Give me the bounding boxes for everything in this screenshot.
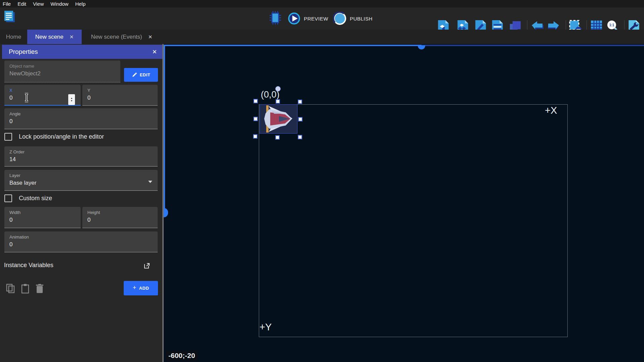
horizontal-scrollbar[interactable]	[421, 45, 644, 46]
chevron-down-icon[interactable]	[148, 181, 152, 183]
custom-size-label: Custom size	[19, 195, 52, 202]
tab-close-icon[interactable]: ✕	[70, 34, 74, 40]
y-position-input[interactable]: Y 0	[82, 85, 158, 106]
object-name-label: Object name	[9, 64, 120, 69]
menu-file[interactable]: File	[3, 1, 11, 7]
z-order-label: Z Order	[9, 149, 158, 154]
pencil-icon	[132, 72, 137, 78]
selection-handle-mid-right[interactable]	[298, 117, 303, 121]
play-icon	[288, 12, 300, 25]
tab-new-scene[interactable]: New scene ✕	[27, 30, 82, 44]
selection-handle-mid-left[interactable]	[253, 117, 258, 121]
z-order-value: 14	[9, 156, 158, 163]
edit-button[interactable]: EDIT	[124, 68, 158, 82]
y-axis-label: +Y	[259, 322, 272, 333]
menu-help[interactable]: Help	[75, 1, 86, 7]
selection-handle-top-center[interactable]	[276, 99, 280, 104]
ibeam-cursor	[24, 93, 30, 104]
layer-label: Layer	[9, 173, 158, 178]
object-name-value: NewObject2	[9, 70, 120, 77]
selection-handle-bottom-right[interactable]	[298, 135, 302, 139]
spaceship-sprite	[260, 105, 297, 133]
open-variables-editor-icon[interactable]	[143, 262, 151, 271]
properties-panel-header: Properties ✕	[2, 45, 162, 59]
x-axis-label: +X	[545, 105, 557, 116]
width-input[interactable]: Width 0	[4, 207, 81, 228]
angle-label: Angle	[9, 111, 158, 116]
layer-value: Base layer	[9, 180, 158, 186]
tab-new-scene-label: New scene	[35, 34, 64, 40]
selection-handle-top-left[interactable]	[253, 99, 258, 103]
publish-label: PUBLISH	[350, 16, 373, 22]
object-name-field: Object name NewObject2	[4, 61, 120, 82]
rotation-handle[interactable]	[275, 86, 281, 92]
menu-bar: File Edit View Window Help	[0, 0, 644, 7]
menu-view[interactable]: View	[33, 1, 44, 7]
height-input[interactable]: Height 0	[82, 207, 158, 228]
height-label: Height	[87, 210, 158, 215]
gdevelop-window: File Edit View Window Help	[0, 0, 644, 362]
lock-position-checkbox[interactable]	[4, 133, 12, 141]
width-value: 0	[9, 217, 81, 223]
debugger-icon[interactable]	[268, 10, 283, 27]
tab-home-label: Home	[6, 34, 21, 40]
tab-close-icon[interactable]: ✕	[148, 34, 153, 40]
x-position-input[interactable]: X 0 ▴ ▾	[4, 85, 81, 106]
x-spinner[interactable]: ▴ ▾	[68, 94, 75, 105]
preview-label: PREVIEW	[304, 16, 328, 22]
instance-variables-title: Instance Variables	[4, 262, 53, 269]
selection-handle-bottom-center[interactable]	[275, 135, 280, 140]
menu-window[interactable]: Window	[50, 1, 68, 7]
y-label: Y	[87, 88, 158, 93]
spinner-down-icon[interactable]: ▾	[71, 100, 72, 102]
close-panel-icon[interactable]: ✕	[152, 48, 157, 56]
vertical-scrollbar[interactable]	[164, 45, 165, 213]
edit-button-label: EDIT	[140, 72, 151, 77]
angle-input[interactable]: Angle 0	[4, 108, 158, 129]
plus-icon: +	[133, 284, 136, 291]
svg-text:1:1: 1:1	[609, 23, 614, 27]
add-button-label: ADD	[139, 286, 149, 291]
publish-globe-icon	[333, 12, 347, 25]
selected-object-instance[interactable]	[259, 104, 297, 134]
y-value: 0	[87, 95, 158, 101]
layer-select[interactable]: Layer Base layer	[4, 170, 158, 191]
properties-title: Properties	[9, 48, 38, 56]
selection-handle-top-right[interactable]	[298, 100, 302, 104]
tab-home[interactable]: Home	[0, 30, 27, 44]
width-label: Width	[9, 210, 81, 215]
menu-edit[interactable]: Edit	[17, 1, 26, 7]
lock-position-label: Lock position/angle in the editor	[19, 133, 104, 140]
scene-window-border	[259, 104, 568, 337]
height-value: 0	[87, 217, 158, 223]
animation-value: 0	[9, 241, 158, 248]
tab-bar: Home New scene ✕ New scene (Events) ✕	[0, 30, 644, 44]
main-toolbar: PREVIEW PUBLISH	[0, 7, 644, 30]
delete-trash-icon[interactable]	[36, 284, 44, 295]
selection-handle-bottom-left[interactable]	[253, 134, 257, 139]
animation-label: Animation	[9, 234, 158, 240]
custom-size-row: Custom size	[4, 194, 52, 202]
tab-new-scene-events[interactable]: New scene (Events) ✕	[82, 30, 162, 44]
preview-button[interactable]: PREVIEW	[288, 12, 328, 25]
tab-new-scene-events-label: New scene (Events)	[91, 34, 142, 40]
horizontal-scrollbar[interactable]	[164, 45, 421, 46]
angle-value: 0	[9, 118, 158, 125]
publish-button[interactable]: PUBLISH	[333, 12, 373, 25]
cursor-coordinates-badge: -600;-20	[166, 351, 198, 361]
x-label: X	[9, 88, 81, 93]
lock-position-row: Lock position/angle in the editor	[4, 133, 104, 141]
custom-size-checkbox[interactable]	[4, 194, 12, 202]
instance-variables-actions	[6, 284, 44, 295]
z-order-input[interactable]: Z Order 14	[4, 146, 158, 167]
project-manager-icon[interactable]	[3, 9, 17, 24]
paste-icon[interactable]	[21, 284, 30, 295]
animation-input[interactable]: Animation 0	[4, 231, 158, 252]
copy-icon[interactable]	[6, 284, 15, 295]
add-variable-button[interactable]: + ADD	[124, 281, 158, 295]
